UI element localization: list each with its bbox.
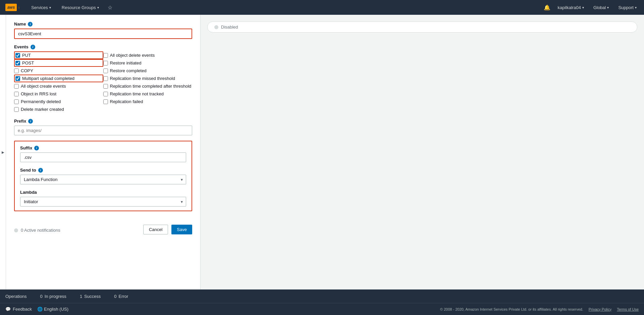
post-checkbox[interactable]: [15, 61, 20, 65]
feedback-icon: 💬: [5, 307, 11, 312]
save-button[interactable]: Save: [171, 225, 192, 234]
page-footer: 💬 Feedback 🌐 English (US) © 2008 - 2020,…: [0, 303, 644, 315]
name-label: Name i: [14, 21, 192, 27]
repltimenottracked-label[interactable]: Replication time not tracked: [110, 91, 164, 96]
collapse-panel-button[interactable]: ▶: [0, 15, 6, 289]
aws-smile-icon: ↓: [18, 5, 20, 9]
send-to-label: Send to i: [20, 168, 186, 173]
put-label[interactable]: PUT: [22, 53, 31, 58]
prefix-label: Prefix i: [14, 119, 192, 124]
resource-groups-nav[interactable]: Resource Groups ▾: [60, 4, 101, 11]
name-input-wrapper: [14, 29, 192, 39]
repltimecomplete-checkbox[interactable]: [103, 84, 108, 89]
allcreate-label[interactable]: All object create events: [21, 84, 66, 89]
username-nav[interactable]: kapilkalra04 ▾: [556, 4, 586, 11]
name-section: Name i: [14, 21, 192, 39]
event-rrs: Object in RRS lost: [14, 90, 103, 98]
event-restorecomplete: Restore completed: [103, 67, 193, 75]
suffix-input[interactable]: [20, 152, 186, 162]
region-chevron-icon: ▾: [607, 6, 609, 9]
copy-label[interactable]: COPY: [21, 68, 33, 73]
language-selector[interactable]: 🌐 English (US): [37, 307, 68, 312]
rrs-checkbox[interactable]: [14, 92, 19, 96]
suffix-info-icon[interactable]: i: [34, 146, 39, 150]
event-post: POST: [14, 59, 103, 67]
repltimemissed-label[interactable]: Replication time missed threshold: [110, 76, 175, 81]
alldelete-label[interactable]: All object delete events: [110, 53, 155, 58]
deletemarker-label[interactable]: Delete marker created: [21, 107, 64, 112]
event-replfailed: Replication failed: [103, 98, 193, 105]
restoreinit-label[interactable]: Restore initiated: [110, 60, 142, 65]
send-to-info-icon[interactable]: i: [38, 168, 43, 173]
replfailed-label[interactable]: Replication failed: [110, 99, 143, 104]
feedback-button[interactable]: 💬 Feedback: [5, 307, 32, 312]
suffix-send-lambda-section: Suffix i Send to i Lambda Function SNS T…: [14, 141, 192, 211]
event-repltimenottracked: Replication time not tracked: [103, 90, 193, 98]
repltimenottracked-checkbox[interactable]: [103, 92, 108, 96]
alldelete-checkbox[interactable]: [103, 53, 108, 58]
copy-checkbox[interactable]: [14, 69, 19, 73]
prefix-input[interactable]: [14, 126, 192, 135]
footer-right: © 2008 - 2020, Amazon Internet Services …: [440, 307, 639, 311]
events-section: Events i PUT POST COPY: [14, 44, 192, 113]
form-actions: Cancel Save: [143, 225, 192, 234]
region-nav[interactable]: Global ▾: [591, 4, 611, 11]
permdeleted-checkbox[interactable]: [14, 99, 19, 104]
support-chevron-icon: ▾: [635, 6, 637, 9]
send-to-select[interactable]: Lambda Function SNS Topic SQS Queue: [20, 175, 186, 184]
suffix-label: Suffix i: [20, 145, 186, 150]
operations-bar: Operations 0 In progress 1 Success 0 Err…: [0, 289, 644, 303]
restorecomplete-checkbox[interactable]: [103, 69, 108, 73]
name-info-icon[interactable]: i: [28, 22, 33, 27]
events-label: Events i: [14, 44, 192, 49]
events-col2: All object delete events Restore initiat…: [103, 51, 193, 113]
collapse-arrow-icon: ▶: [2, 150, 4, 154]
lambda-section: Lambda Initiator: [20, 190, 186, 207]
lambda-select[interactable]: Initiator: [20, 197, 186, 207]
privacy-policy-link[interactable]: Privacy Policy: [589, 307, 611, 311]
support-nav[interactable]: Support ▾: [616, 4, 639, 11]
services-chevron-icon: ▾: [49, 6, 51, 9]
success-status: 1 Success: [80, 294, 101, 299]
event-put: PUT: [14, 51, 103, 59]
cancel-button[interactable]: Cancel: [143, 225, 168, 234]
suffix-section-inner: Suffix i: [20, 145, 186, 162]
post-label[interactable]: POST: [22, 60, 34, 65]
restoreinit-checkbox[interactable]: [103, 61, 108, 65]
put-checkbox[interactable]: [15, 53, 20, 58]
multipart-checkbox[interactable]: [15, 76, 20, 81]
disabled-status-pill: Disabled: [207, 21, 637, 33]
prefix-info-icon[interactable]: i: [28, 119, 33, 124]
lambda-label: Lambda: [20, 190, 186, 195]
repltimemissed-checkbox[interactable]: [103, 76, 108, 81]
operations-label[interactable]: Operations: [5, 294, 27, 299]
aws-logo-text: aws: [7, 5, 15, 10]
name-input[interactable]: [15, 29, 192, 38]
main-content: ▶ Name i Events i P: [0, 15, 644, 289]
deletemarker-checkbox[interactable]: [14, 107, 19, 112]
event-restoreinit: Restore initiated: [103, 59, 193, 67]
multipart-label[interactable]: Multipart upload completed: [22, 76, 74, 81]
aws-logo[interactable]: aws ↓: [5, 4, 20, 11]
event-multipart: Multipart upload completed: [14, 75, 103, 82]
configuration-panel: Name i Events i PUT: [6, 15, 201, 289]
footer-left: 💬 Feedback 🌐 English (US): [5, 307, 68, 312]
services-nav[interactable]: Services ▾: [29, 4, 53, 11]
event-copy: COPY: [14, 67, 103, 75]
in-progress-status: 0 In progress: [40, 294, 66, 299]
notification-bell-icon[interactable]: 🔔: [544, 4, 550, 11]
replfailed-checkbox[interactable]: [103, 99, 108, 104]
rrs-label[interactable]: Object in RRS lost: [21, 91, 56, 96]
restorecomplete-label[interactable]: Restore completed: [110, 68, 147, 73]
favorites-star-icon[interactable]: ☆: [108, 4, 112, 11]
events-info-icon[interactable]: i: [31, 45, 35, 49]
events-grid: PUT POST COPY Multipart upload completed: [14, 51, 192, 113]
prefix-section: Prefix i: [14, 119, 192, 135]
allcreate-checkbox[interactable]: [14, 84, 19, 89]
right-area: Disabled: [201, 15, 644, 289]
username-chevron-icon: ▾: [582, 6, 584, 9]
terms-of-use-link[interactable]: Terms of Use: [617, 307, 639, 311]
event-alldelete: All object delete events: [103, 51, 193, 59]
repltimecomplete-label[interactable]: Replication time completed after thresho…: [110, 84, 192, 89]
permdeleted-label[interactable]: Permanently deleted: [21, 99, 61, 104]
